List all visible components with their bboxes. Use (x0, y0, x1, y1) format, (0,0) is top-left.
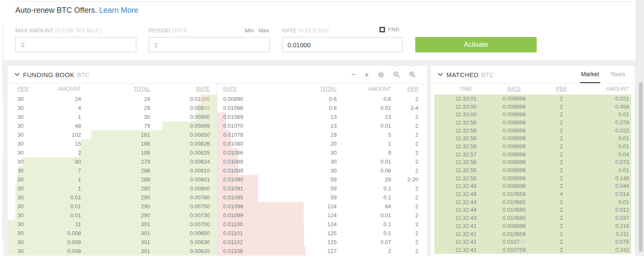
trade-row[interactable]: 11:32:580.00989620.022 (434, 127, 631, 135)
collapse-chevron-icon[interactable] (14, 71, 20, 78)
trade-row[interactable]: 11:33:000.00989620.01 (434, 110, 631, 118)
trade-row[interactable]: 11:32:410.00989620.216 (434, 222, 631, 230)
learn-more-link[interactable]: Learn More (99, 6, 138, 14)
offer-form-panel: Auto-renew BTC Offers. Learn More MAX AM… (0, 0, 635, 60)
ask-book-row[interactable]: 0.0106913132 (217, 112, 427, 121)
trade-row[interactable]: 11:32:410.01075920.242 (434, 246, 631, 254)
trade-row[interactable]: 11:32:560.00989620.073 (434, 158, 631, 167)
bid-book-row[interactable]: 301021810.00850 (8, 130, 217, 139)
tab-yours[interactable]: Yours (610, 66, 626, 83)
bid-total: 279 (81, 158, 150, 165)
ask-book-row[interactable]: 0.01088300.012 (217, 157, 427, 166)
ask-book-row[interactable]: 0.010863092 (217, 148, 427, 157)
bid-book-row[interactable]: 300.0083010.00620 (8, 247, 217, 256)
period-max-link[interactable]: Max (259, 27, 269, 34)
trade-row[interactable]: 11:32:580.00989620.01 (434, 142, 631, 150)
trade-row[interactable]: 11:32:550.00989620.01 (434, 166, 631, 174)
ask-book-row[interactable]: 0.011021250.072 (217, 238, 427, 247)
trade-row[interactable]: 11:32:580.00989620.01 (434, 134, 631, 142)
minus-icon[interactable]: − (351, 71, 356, 78)
trade-per: 2 (531, 207, 592, 213)
trade-row[interactable]: 11:32:410.01065920.011 (434, 230, 631, 238)
ask-book-row[interactable]: 0.01096124642 (217, 202, 427, 211)
ask-book-row[interactable]: 0.010660.60.022-4 (217, 104, 427, 112)
period-input[interactable] (149, 37, 270, 52)
trade-row[interactable]: 11:32:580.00989620.079 (434, 118, 631, 127)
zoom-out-icon[interactable] (393, 71, 400, 78)
ask-column-headers: RATE TOTAL AMOUNT PER (217, 83, 427, 95)
trade-row[interactable]: 11:32:410.01070020.076 (434, 238, 631, 246)
trade-row[interactable]: 11:32:430.01068520.037 (434, 214, 631, 222)
bid-book-row[interactable]: 304290.00910 (8, 104, 217, 112)
matched-col-rate[interactable]: RATE (497, 86, 531, 92)
bid-book-row[interactable]: 300.0083010.00650 (8, 229, 217, 238)
rate-input[interactable] (282, 37, 402, 52)
trade-row[interactable]: 11:32:480.00989620.044 (434, 182, 631, 190)
ask-book-row[interactable]: 0.010802012 (217, 139, 427, 148)
bid-book-row[interactable]: 300.0083010.00630 (8, 238, 217, 247)
ask-book-row[interactable]: 0.009900.60.62 (217, 95, 427, 104)
trade-row[interactable]: 11:32:440.01068520.01 (434, 198, 631, 206)
ask-book-row[interactable]: 0.010991240.012 (217, 211, 427, 220)
ask-book-row[interactable]: 0.01089300.082 (217, 166, 427, 175)
ask-rate: 0.01080 (217, 141, 272, 147)
trade-row[interactable]: 11:33:010.00989620.021 (434, 95, 631, 103)
collapse-chevron-icon[interactable] (437, 71, 444, 78)
trade-amount: 0.04 (592, 151, 631, 158)
ask-book-row[interactable]: 0.01070130.012 (217, 121, 427, 130)
matched-col-per[interactable]: PER (531, 86, 592, 92)
bid-book-row[interactable]: 3021990.00825 (8, 148, 217, 157)
trade-row[interactable]: 11:32:550.00989620.146 (434, 174, 631, 182)
ask-col-per[interactable]: PER (391, 86, 418, 92)
ask-amount: 13 (336, 114, 391, 120)
bid-col-per[interactable]: PER (8, 86, 33, 92)
frr-checkbox-box[interactable] (380, 27, 385, 32)
ask-book-row[interactable]: 0.01091590.12 (217, 184, 427, 193)
ask-book-row[interactable]: 0.011001240.12 (217, 220, 427, 229)
bid-book-row[interactable]: 3024240.01000 (8, 95, 217, 104)
bid-amount: 0.01 (33, 203, 81, 210)
activate-button[interactable]: Activate (415, 37, 537, 52)
trade-row[interactable]: 11:33:000.00989620.458 (434, 103, 631, 111)
bid-book-row[interactable]: 30151960.00826 (8, 139, 217, 148)
bid-book-row[interactable]: 300.012900.00730 (8, 211, 217, 220)
bid-book-row[interactable]: 30802790.00824 (8, 157, 217, 166)
zoom-in-icon[interactable] (409, 71, 416, 78)
page-scrollbar-thumb[interactable] (639, 82, 643, 252)
funding-book-currency: BTC (77, 71, 90, 78)
ask-col-rate[interactable]: RATE (217, 86, 272, 92)
bid-book-row[interactable]: 3072860.00810 (8, 166, 217, 175)
max-amount-input[interactable] (15, 37, 136, 52)
bid-book-row[interactable]: 301300.00900 (8, 112, 217, 121)
ask-book-row[interactable]: 0.0109059282-20 (217, 175, 427, 184)
bid-col-amount[interactable]: AMOUNT (33, 86, 81, 92)
ask-book-row[interactable]: 0.010761952 (217, 130, 427, 139)
ask-book-row[interactable]: 0.011011250.12 (217, 229, 427, 238)
bid-book-row[interactable]: 300.012900.00750 (8, 202, 217, 211)
frr-checkbox[interactable]: FRR (380, 26, 400, 33)
bid-book-row[interactable]: 300.012900.00780 (8, 193, 217, 202)
ask-col-amount[interactable]: AMOUNT (336, 86, 391, 92)
ask-rate: 0.01099 (217, 212, 272, 219)
ask-book-row[interactable]: 0.01095590.12 (217, 193, 427, 202)
bid-book-row[interactable]: 3048790.00899 (8, 121, 217, 130)
matched-col-time[interactable]: TIME (434, 86, 497, 92)
tab-market[interactable]: Market (580, 66, 600, 83)
trade-row[interactable]: 11:32:480.01065840.014 (434, 190, 631, 198)
bid-book-row[interactable]: 30113010.00700 (8, 220, 217, 229)
trade-rate: 0.009896 (497, 167, 531, 173)
trade-time: 11:32:41 (434, 239, 497, 245)
bid-book-row[interactable]: 3012900.00800 (8, 184, 217, 193)
gear-icon[interactable] (378, 72, 384, 78)
ask-col-total[interactable]: TOTAL (272, 86, 337, 92)
plus-icon[interactable]: + (365, 71, 369, 78)
bid-col-rate[interactable]: RATE (150, 86, 210, 92)
matched-col-amount[interactable]: AMOUNT (592, 86, 631, 92)
period-min-link[interactable]: Min (245, 27, 254, 34)
bid-col-total[interactable]: TOTAL (81, 86, 150, 92)
trade-row[interactable]: 11:32:440.01068520.012 (434, 206, 631, 214)
bid-book-row[interactable]: 3012880.00801 (8, 175, 217, 184)
ask-book-row[interactable]: 0.0110812722 (217, 247, 427, 256)
bid-total: 286 (81, 167, 150, 174)
trade-row[interactable]: 11:32:570.00989620.04 (434, 150, 631, 158)
